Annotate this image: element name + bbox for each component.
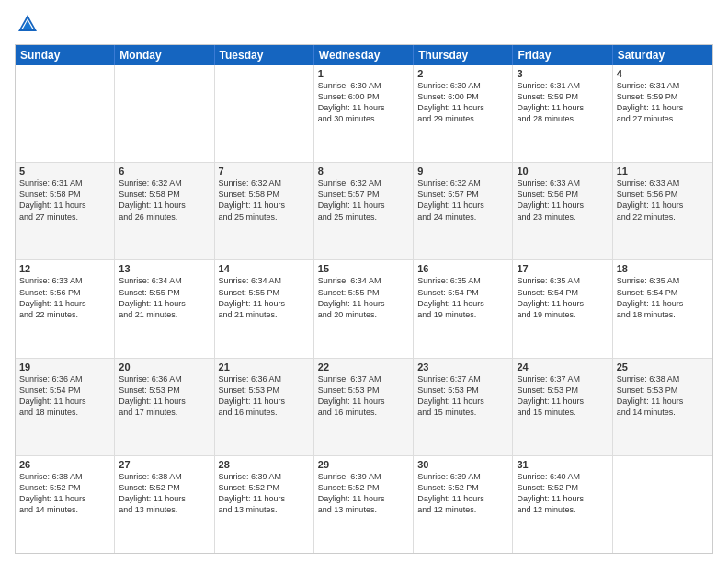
cell-info: Sunrise: 6:37 AM Sunset: 5:53 PM Dayligh… (417, 373, 508, 419)
calendar-cell: 31Sunrise: 6:40 AM Sunset: 5:52 PM Dayli… (513, 456, 612, 553)
cell-day-number: 8 (318, 166, 409, 177)
cell-info: Sunrise: 6:33 AM Sunset: 5:56 PM Dayligh… (517, 178, 608, 223)
calendar-cell: 28Sunrise: 6:39 AM Sunset: 5:52 PM Dayli… (215, 456, 314, 553)
calendar-cell: 25Sunrise: 6:38 AM Sunset: 5:53 PM Dayli… (613, 359, 712, 455)
calendar-cell: 16Sunrise: 6:35 AM Sunset: 5:54 PM Dayli… (414, 260, 513, 357)
cell-info: Sunrise: 6:35 AM Sunset: 5:54 PM Dayligh… (417, 275, 508, 320)
calendar-cell: 11Sunrise: 6:33 AM Sunset: 5:56 PM Dayli… (613, 163, 712, 259)
calendar-cell: 24Sunrise: 6:37 AM Sunset: 5:53 PM Dayli… (513, 359, 612, 455)
cell-info: Sunrise: 6:32 AM Sunset: 5:57 PM Dayligh… (318, 178, 409, 223)
cell-info: Sunrise: 6:34 AM Sunset: 5:55 PM Dayligh… (119, 275, 210, 320)
cell-info: Sunrise: 6:32 AM Sunset: 5:57 PM Dayligh… (417, 178, 508, 223)
cell-info: Sunrise: 6:36 AM Sunset: 5:53 PM Dayligh… (219, 373, 310, 419)
cell-day-number: 5 (19, 166, 110, 177)
cell-day-number: 25 (617, 362, 709, 373)
cell-day-number: 21 (219, 362, 310, 373)
cell-day-number: 10 (517, 166, 608, 177)
cell-info: Sunrise: 6:37 AM Sunset: 5:53 PM Dayligh… (318, 373, 409, 419)
header-day-monday: Monday (115, 45, 214, 65)
cell-day-number: 31 (517, 459, 608, 470)
cell-info: Sunrise: 6:39 AM Sunset: 5:52 PM Dayligh… (318, 471, 409, 516)
calendar-cell: 21Sunrise: 6:36 AM Sunset: 5:53 PM Dayli… (215, 359, 314, 455)
calendar-cell: 20Sunrise: 6:36 AM Sunset: 5:53 PM Dayli… (115, 359, 214, 455)
cell-day-number: 24 (517, 362, 608, 373)
cell-info: Sunrise: 6:32 AM Sunset: 5:58 PM Dayligh… (219, 178, 310, 223)
cell-day-number: 9 (417, 166, 508, 177)
cell-day-number: 19 (19, 362, 110, 373)
cell-day-number: 1 (318, 68, 409, 79)
cell-info: Sunrise: 6:38 AM Sunset: 5:52 PM Dayligh… (19, 471, 110, 516)
cell-day-number: 16 (417, 263, 508, 274)
calendar-cell: 19Sunrise: 6:36 AM Sunset: 5:54 PM Dayli… (16, 359, 115, 455)
calendar-body: 1Sunrise: 6:30 AM Sunset: 6:00 PM Daylig… (16, 65, 712, 553)
cell-day-number: 28 (219, 459, 310, 470)
cell-day-number: 29 (318, 459, 409, 470)
calendar-cell: 1Sunrise: 6:30 AM Sunset: 6:00 PM Daylig… (314, 65, 414, 162)
calendar-cell: 29Sunrise: 6:39 AM Sunset: 5:52 PM Dayli… (314, 456, 414, 553)
calendar-cell: 4Sunrise: 6:31 AM Sunset: 5:59 PM Daylig… (613, 65, 712, 162)
cell-day-number: 20 (119, 362, 210, 373)
header-day-thursday: Thursday (414, 45, 513, 65)
calendar-cell (215, 65, 314, 162)
calendar-cell (115, 65, 214, 162)
cell-day-number: 17 (517, 263, 608, 274)
cell-day-number: 14 (219, 263, 310, 274)
cell-info: Sunrise: 6:31 AM Sunset: 5:58 PM Dayligh… (19, 178, 110, 223)
page: SundayMondayTuesdayWednesdayThursdayFrid… (0, 0, 728, 563)
calendar-cell: 7Sunrise: 6:32 AM Sunset: 5:58 PM Daylig… (215, 163, 314, 259)
header-day-friday: Friday (513, 45, 612, 65)
calendar-cell: 23Sunrise: 6:37 AM Sunset: 5:53 PM Dayli… (414, 359, 513, 455)
calendar-cell: 14Sunrise: 6:34 AM Sunset: 5:55 PM Dayli… (215, 260, 314, 357)
cell-day-number: 23 (417, 362, 508, 373)
cell-info: Sunrise: 6:34 AM Sunset: 5:55 PM Dayligh… (219, 275, 310, 320)
cell-info: Sunrise: 6:39 AM Sunset: 5:52 PM Dayligh… (219, 471, 310, 516)
calendar-cell: 18Sunrise: 6:35 AM Sunset: 5:54 PM Dayli… (613, 260, 712, 357)
calendar-header: SundayMondayTuesdayWednesdayThursdayFrid… (16, 45, 712, 65)
calendar-cell: 22Sunrise: 6:37 AM Sunset: 5:53 PM Dayli… (314, 359, 414, 455)
calendar-cell: 13Sunrise: 6:34 AM Sunset: 5:55 PM Dayli… (115, 260, 214, 357)
cell-day-number: 12 (19, 263, 110, 274)
header-day-tuesday: Tuesday (215, 45, 314, 65)
header (15, 11, 713, 37)
calendar-cell (613, 456, 712, 553)
calendar-cell: 26Sunrise: 6:38 AM Sunset: 5:52 PM Dayli… (16, 456, 115, 553)
cell-info: Sunrise: 6:33 AM Sunset: 5:56 PM Dayligh… (617, 178, 709, 223)
week-row-4: 19Sunrise: 6:36 AM Sunset: 5:54 PM Dayli… (16, 358, 712, 455)
calendar-cell: 17Sunrise: 6:35 AM Sunset: 5:54 PM Dayli… (513, 260, 612, 357)
cell-day-number: 13 (119, 263, 210, 274)
calendar-cell: 5Sunrise: 6:31 AM Sunset: 5:58 PM Daylig… (16, 163, 115, 259)
cell-info: Sunrise: 6:37 AM Sunset: 5:53 PM Dayligh… (517, 373, 608, 419)
cell-day-number: 27 (119, 459, 210, 470)
cell-day-number: 30 (417, 459, 508, 470)
calendar-cell: 15Sunrise: 6:34 AM Sunset: 5:55 PM Dayli… (314, 260, 414, 357)
cell-info: Sunrise: 6:31 AM Sunset: 5:59 PM Dayligh… (517, 80, 608, 125)
calendar: SundayMondayTuesdayWednesdayThursdayFrid… (15, 44, 713, 554)
cell-day-number: 4 (617, 68, 709, 79)
cell-day-number: 26 (19, 459, 110, 470)
calendar-cell: 8Sunrise: 6:32 AM Sunset: 5:57 PM Daylig… (314, 163, 414, 259)
header-day-wednesday: Wednesday (314, 45, 414, 65)
cell-info: Sunrise: 6:36 AM Sunset: 5:54 PM Dayligh… (19, 373, 110, 419)
week-row-5: 26Sunrise: 6:38 AM Sunset: 5:52 PM Dayli… (16, 455, 712, 553)
cell-day-number: 3 (517, 68, 608, 79)
cell-info: Sunrise: 6:35 AM Sunset: 5:54 PM Dayligh… (617, 275, 709, 320)
calendar-cell: 3Sunrise: 6:31 AM Sunset: 5:59 PM Daylig… (513, 65, 612, 162)
calendar-cell: 9Sunrise: 6:32 AM Sunset: 5:57 PM Daylig… (414, 163, 513, 259)
calendar-cell: 27Sunrise: 6:38 AM Sunset: 5:52 PM Dayli… (115, 456, 214, 553)
calendar-cell: 6Sunrise: 6:32 AM Sunset: 5:58 PM Daylig… (115, 163, 214, 259)
cell-day-number: 2 (417, 68, 508, 79)
cell-info: Sunrise: 6:30 AM Sunset: 6:00 PM Dayligh… (417, 80, 508, 125)
logo-icon (15, 11, 40, 37)
calendar-cell (16, 65, 115, 162)
cell-info: Sunrise: 6:35 AM Sunset: 5:54 PM Dayligh… (517, 275, 608, 320)
calendar-cell: 30Sunrise: 6:39 AM Sunset: 5:52 PM Dayli… (414, 456, 513, 553)
cell-info: Sunrise: 6:40 AM Sunset: 5:52 PM Dayligh… (517, 471, 608, 516)
cell-day-number: 22 (318, 362, 409, 373)
cell-day-number: 15 (318, 263, 409, 274)
calendar-cell: 12Sunrise: 6:33 AM Sunset: 5:56 PM Dayli… (16, 260, 115, 357)
cell-day-number: 11 (617, 166, 709, 177)
cell-info: Sunrise: 6:33 AM Sunset: 5:56 PM Dayligh… (19, 275, 110, 320)
cell-info: Sunrise: 6:32 AM Sunset: 5:58 PM Dayligh… (119, 178, 210, 223)
logo (15, 11, 44, 37)
calendar-cell: 10Sunrise: 6:33 AM Sunset: 5:56 PM Dayli… (513, 163, 612, 259)
